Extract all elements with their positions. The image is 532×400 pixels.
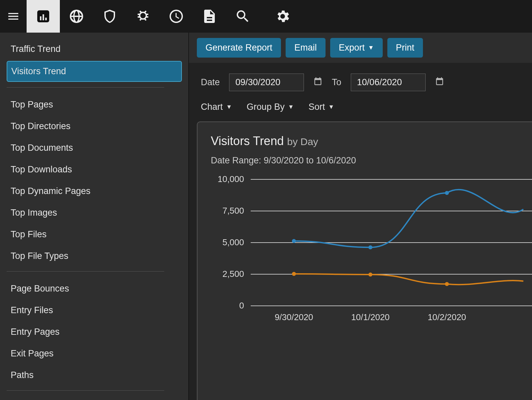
chevron-down-icon: ▼ (328, 103, 334, 110)
svg-point-7 (292, 272, 296, 276)
print-button[interactable]: Print (387, 38, 423, 58)
sidebar-item-traffic-trend[interactable]: Traffic Trend (7, 39, 182, 59)
sidebar-item-top-files[interactable]: Top Files (7, 225, 182, 244)
gauge-icon[interactable] (160, 0, 193, 33)
svg-rect-3 (45, 18, 47, 20)
date-from-input[interactable] (229, 74, 304, 91)
bug-icon[interactable] (126, 0, 160, 33)
sidebar-divider (7, 87, 164, 88)
sidebar-divider (7, 390, 164, 391)
sidebar-item-top-documents[interactable]: Top Documents (7, 138, 182, 158)
top-nav (0, 0, 532, 33)
settings-icon[interactable] (266, 0, 299, 33)
sidebar-item-visitors-trend[interactable]: Visitors Trend (7, 61, 182, 82)
sidebar-item-top-dynamic-pages[interactable]: Top Dynamic Pages (7, 181, 182, 201)
chart-dropdown[interactable]: Chart▼ (201, 102, 232, 112)
date-label: Date (201, 77, 220, 88)
sidebar-item-entry-pages[interactable]: Entry Pages (7, 322, 182, 342)
chart-area: 02,5005,0007,50010,000 9/30/202010/1/202… (251, 179, 532, 345)
action-toolbar: Generate Report Email Export▼ Print (189, 33, 532, 63)
generate-report-button[interactable]: Generate Report (197, 38, 281, 58)
calendar-icon[interactable] (435, 77, 444, 88)
calendar-icon[interactable] (313, 77, 323, 88)
to-label: To (332, 77, 341, 88)
sidebar-nav: Traffic Trend Visitors Trend Top Pages T… (0, 33, 189, 400)
date-to-input[interactable] (351, 74, 426, 91)
sidebar-item-top-directories[interactable]: Top Directories (7, 116, 182, 136)
sidebar-item-top-file-types[interactable]: Top File Types (7, 246, 182, 266)
sidebar-item-search-engine-breakdown[interactable]: Search Engine Breakdown (7, 398, 182, 400)
svg-point-4 (292, 239, 296, 243)
sort-dropdown[interactable]: Sort▼ (309, 102, 334, 112)
date-filter-row: Date To (189, 63, 532, 95)
globe-icon[interactable] (60, 0, 93, 33)
view-controls-row: Chart▼ Group By▼ Sort▼ (189, 95, 532, 121)
bar-chart-icon[interactable] (27, 0, 60, 33)
sidebar-item-paths[interactable]: Paths (7, 365, 182, 385)
svg-rect-2 (43, 14, 44, 20)
search-icon[interactable] (226, 0, 259, 33)
svg-point-9 (445, 282, 449, 286)
sidebar-item-top-pages[interactable]: Top Pages (7, 95, 182, 114)
document-icon[interactable] (193, 0, 226, 33)
sidebar-item-page-bounces[interactable]: Page Bounces (7, 279, 182, 299)
chart-plot (251, 179, 532, 305)
sidebar-item-entry-files[interactable]: Entry Files (7, 300, 182, 320)
svg-point-8 (368, 273, 372, 277)
sidebar-divider (7, 271, 164, 272)
chart-title: Visitors Trend by Day (211, 134, 532, 148)
svg-point-5 (368, 245, 372, 249)
sidebar-item-top-images[interactable]: Top Images (7, 203, 182, 223)
svg-rect-1 (40, 16, 42, 20)
chevron-down-icon: ▼ (368, 44, 374, 51)
groupby-dropdown[interactable]: Group By▼ (247, 102, 294, 112)
chevron-down-icon: ▼ (226, 103, 232, 110)
email-button[interactable]: Email (286, 38, 326, 58)
shield-icon[interactable] (93, 0, 126, 33)
chevron-down-icon: ▼ (288, 103, 294, 110)
sidebar-item-exit-pages[interactable]: Exit Pages (7, 344, 182, 363)
svg-point-6 (445, 191, 449, 195)
sidebar-item-top-downloads[interactable]: Top Downloads (7, 160, 182, 179)
chart-date-range: Date Range: 9/30/2020 to 10/6/2020 (211, 155, 532, 166)
main-panel: Generate Report Email Export▼ Print Date… (189, 33, 532, 400)
chart-y-axis: 02,5005,0007,50010,000 (211, 179, 247, 305)
export-button[interactable]: Export▼ (330, 38, 383, 58)
chart-panel: Visitors Trend by Day Date Range: 9/30/2… (197, 121, 532, 400)
menu-icon[interactable] (0, 0, 27, 33)
